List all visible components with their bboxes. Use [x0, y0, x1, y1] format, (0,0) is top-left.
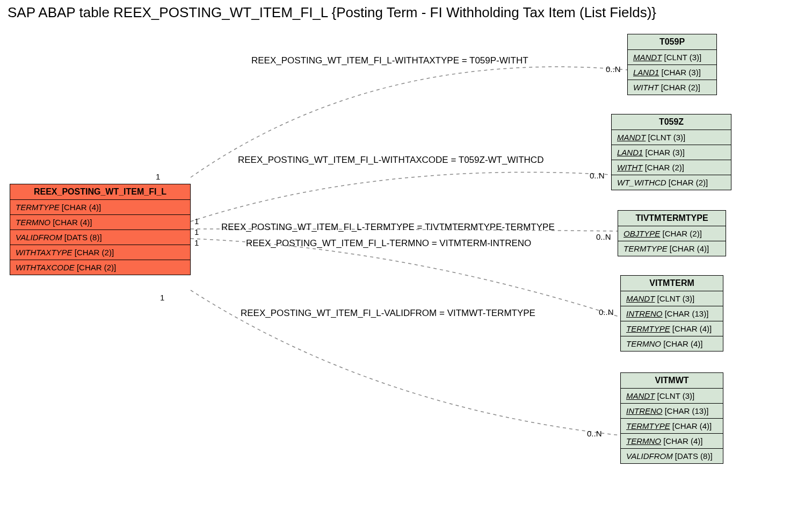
cardinality-left: 1 [194, 227, 199, 236]
relation-label: REEX_POSTING_WT_ITEM_FI_L-TERMNO = VITMT… [246, 238, 531, 249]
entity-header: TIVTMTERMTYPE [618, 211, 726, 226]
cardinality-right: 0..N [599, 307, 614, 317]
entity-field: MANDT [CLNT (3)] [621, 291, 723, 306]
diagram-title: SAP ABAP table REEX_POSTING_WT_ITEM_FI_L… [8, 4, 656, 21]
entity-main-header: REEX_POSTING_WT_ITEM_FI_L [10, 184, 190, 200]
relation-label: REEX_POSTING_WT_ITEM_FI_L-WITHTAXCODE = … [238, 155, 543, 166]
entity-field: TERMTYPE [CHAR (4)] [621, 321, 723, 336]
entity-header: T059P [628, 34, 716, 50]
relation-label: REEX_POSTING_WT_ITEM_FI_L-WITHTAXTYPE = … [251, 55, 528, 66]
entity-vitmwt: VITMWT MANDT [CLNT (3)] INTRENO [CHAR (1… [620, 372, 723, 464]
cardinality-left: 1 [194, 238, 199, 247]
entity-header: VITMTERM [621, 276, 723, 291]
entity-main-field: VALIDFROM [DATS (8)] [10, 230, 190, 245]
cardinality-right: 0..N [606, 64, 621, 74]
entity-field: OBJTYPE [CHAR (2)] [618, 226, 726, 241]
entity-field: VALIDFROM [DATS (8)] [621, 449, 723, 463]
entity-field: WT_WITHCD [CHAR (2)] [612, 175, 731, 190]
entity-field: TERMTYPE [CHAR (4)] [621, 419, 723, 434]
cardinality-left: 1 [194, 217, 199, 226]
entity-field: MANDT [CLNT (3)] [628, 50, 716, 65]
entity-field: INTRENO [CHAR (13)] [621, 404, 723, 419]
entity-field: MANDT [CLNT (3)] [621, 389, 723, 404]
relation-label: REEX_POSTING_WT_ITEM_FI_L-TERMTYPE = TIV… [221, 222, 555, 233]
entity-t059p: T059P MANDT [CLNT (3)] LAND1 [CHAR (3)] … [627, 34, 717, 95]
relation-label: REEX_POSTING_WT_ITEM_FI_L-VALIDFROM = VI… [241, 308, 535, 319]
entity-field: TERMNO [CHAR (4)] [621, 434, 723, 449]
entity-header: VITMWT [621, 373, 723, 389]
entity-header: T059Z [612, 114, 731, 130]
entity-field: LAND1 [CHAR (3)] [628, 65, 716, 80]
entity-field: TERMTYPE [CHAR (4)] [618, 241, 726, 256]
entity-field: LAND1 [CHAR (3)] [612, 145, 731, 160]
cardinality-right: 0..N [590, 171, 605, 180]
entity-vitmterm: VITMTERM MANDT [CLNT (3)] INTRENO [CHAR … [620, 275, 723, 351]
entity-field: INTRENO [CHAR (13)] [621, 306, 723, 321]
cardinality-right: 0..N [587, 429, 602, 438]
entity-main-field: TERMTYPE [CHAR (4)] [10, 200, 190, 215]
entity-main-field: TERMNO [CHAR (4)] [10, 215, 190, 230]
entity-main-field: WITHTAXCODE [CHAR (2)] [10, 260, 190, 275]
entity-field: MANDT [CLNT (3)] [612, 130, 731, 145]
entity-t059z: T059Z MANDT [CLNT (3)] LAND1 [CHAR (3)] … [611, 114, 731, 190]
entity-field: TERMNO [CHAR (4)] [621, 336, 723, 351]
entity-main: REEX_POSTING_WT_ITEM_FI_L TERMTYPE [CHAR… [10, 184, 191, 275]
entity-field: WITHT [CHAR (2)] [612, 160, 731, 175]
cardinality-left: 1 [156, 172, 160, 181]
cardinality-left: 1 [160, 293, 164, 302]
entity-main-field: WITHTAXTYPE [CHAR (2)] [10, 245, 190, 260]
entity-field: WITHT [CHAR (2)] [628, 80, 716, 95]
cardinality-right: 0..N [596, 232, 611, 241]
entity-tivtmtermtype: TIVTMTERMTYPE OBJTYPE [CHAR (2)] TERMTYP… [618, 210, 726, 256]
